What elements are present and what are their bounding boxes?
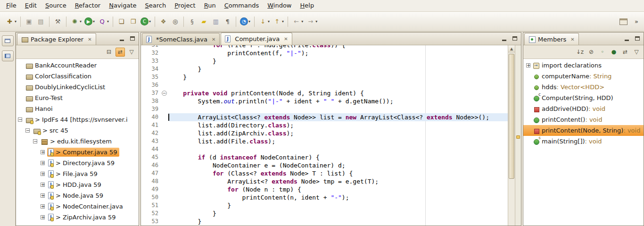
toolbar-overflow-chevron[interactable]: » (633, 18, 640, 25)
tree-item[interactable]: +> NodeContainer.java (16, 201, 139, 212)
menu-source[interactable]: Source (41, 0, 71, 11)
member-item[interactable]: printContent(Node, String) : void (523, 125, 644, 136)
forward-button[interactable]: →▾ (305, 15, 319, 28)
code-line-53[interactable]: } (168, 218, 508, 226)
code-line-31[interactable]: for (File f : hdd.get(File.class)) { (168, 45, 508, 49)
member-item[interactable]: Computer(String, HDD) (523, 92, 644, 103)
tree-item[interactable]: ColorClassification (16, 71, 139, 82)
code-line-51[interactable]: } (168, 201, 508, 209)
save-button[interactable]: ▣ (23, 15, 35, 28)
coverage-button[interactable]: Q▾ (96, 15, 110, 28)
maximize-view-button[interactable] (128, 35, 136, 42)
member-item[interactable]: hdds : Vector<HDD> (523, 82, 644, 92)
code-line-44[interactable] (168, 145, 508, 153)
editor-tab--someclass-java[interactable]: *SomeClass.java✕ (142, 33, 220, 45)
tree-item[interactable]: +> Computer.java 59 (16, 147, 139, 158)
tree-item[interactable]: +> ZipArchiv.java 59 (16, 212, 139, 223)
open-type-button[interactable]: ❖ (157, 15, 169, 28)
folding-ruler[interactable]: − (161, 45, 168, 226)
tree-item[interactable]: +> Directory.java 59 (16, 158, 139, 168)
minimize-view-button[interactable] (118, 35, 126, 42)
code-line-39[interactable] (168, 105, 508, 113)
expander-plus-icon[interactable]: + (41, 193, 45, 198)
minimize-editor-button[interactable] (500, 35, 508, 42)
expander-plus-icon[interactable]: + (41, 172, 45, 176)
hide-non-public-button[interactable]: ● (609, 48, 619, 57)
code-line-48[interactable]: ArrayList<? extends Node> tmp = e.get(T)… (168, 177, 508, 185)
code-line-50[interactable]: printContent(n, ident + "-"); (168, 193, 508, 201)
print-button[interactable]: ▤ (35, 15, 47, 28)
new-java-project-button[interactable]: ❏ (116, 15, 127, 28)
tree-item[interactable]: −> IpdFs 44 [https://svnserver.i (16, 114, 139, 125)
expander-minus-icon[interactable]: − (18, 117, 22, 122)
hide-fields-button[interactable]: ⊘ (586, 48, 596, 57)
menu-project[interactable]: Project (170, 0, 200, 11)
code-line-32[interactable]: printContent(f, "|-"); (168, 49, 508, 57)
search-button[interactable]: ◎ (169, 15, 181, 28)
tree-item[interactable]: +> File.java 59 (16, 168, 139, 179)
collapse-all-button[interactable]: ⊟ (104, 48, 114, 57)
expander-plus-icon[interactable]: + (41, 161, 45, 165)
code-line-34[interactable]: } (168, 65, 508, 73)
tree-item[interactable]: +> HDD.java 59 (16, 179, 139, 190)
view-tab-package-explorer[interactable]: Package Explorer ✕ (17, 33, 96, 45)
link-with-editor-button[interactable]: ⇄ (620, 48, 630, 57)
overview-ruler[interactable] (515, 45, 521, 226)
expander-plus-icon[interactable]: + (41, 215, 45, 219)
run-button[interactable]: ▶▾ (83, 15, 96, 28)
minimize-view-button[interactable] (623, 35, 631, 42)
previous-annotation-button[interactable]: ↑▾ (271, 15, 285, 28)
hide-static-members-button[interactable]: ◦ (598, 48, 607, 57)
member-item[interactable]: addDrive(HDD) : void (523, 103, 644, 114)
close-view-icon[interactable]: ✕ (88, 37, 91, 42)
menu-help[interactable]: Help (296, 0, 319, 11)
menu-search[interactable]: Search (141, 0, 171, 11)
open-web-browser-button[interactable]: ◔▾ (239, 15, 252, 28)
view-menu-button[interactable]: ▽ (127, 48, 136, 57)
back-button[interactable]: ←▾ (290, 15, 305, 28)
code-line-42[interactable]: list.add(ZipArchiv.class); (168, 129, 508, 137)
tree-item[interactable]: Euro-Test (16, 92, 139, 103)
editor-vertical-scrollbar[interactable]: ▲ (508, 45, 515, 226)
tree-item[interactable]: Hanoi (16, 103, 139, 114)
editor-tab-computer-java[interactable]: Computer.java✕ (221, 33, 292, 45)
build-all-button[interactable]: ⚒ (52, 15, 64, 28)
close-tab-icon[interactable]: ✕ (212, 37, 215, 42)
menu-navigate[interactable]: Navigate (105, 0, 140, 11)
menu-run[interactable]: Run (200, 0, 220, 11)
next-annotation-button[interactable]: ↓▾ (257, 15, 271, 28)
link-with-editor-button[interactable]: ⇄ (116, 48, 125, 57)
tree-item[interactable]: −> src 45 (16, 125, 139, 136)
expander-plus-icon[interactable]: + (41, 204, 45, 209)
new-package-button[interactable]: ❒ (127, 15, 139, 28)
member-item[interactable]: main(String[]) : void (523, 136, 644, 147)
expander-minus-icon[interactable]: − (33, 139, 37, 143)
java-perspective-button[interactable] (618, 15, 629, 28)
sort-members-button[interactable]: ↓z (575, 48, 585, 57)
scrollbar-up-button[interactable]: ▲ (508, 45, 515, 52)
maximize-editor-button[interactable] (511, 35, 519, 42)
code-line-46[interactable]: NodeContainer e = (NodeContainer) d; (168, 161, 508, 169)
debug-button[interactable]: ✺▾ (69, 15, 83, 28)
tree-item[interactable]: +> Node.java 59 (16, 190, 139, 201)
menu-window[interactable]: Window (263, 0, 296, 11)
mark-occurrences-button[interactable]: ▰ (198, 15, 210, 28)
tree-item[interactable]: BankAccountReader (16, 60, 139, 71)
menu-edit[interactable]: Edit (21, 0, 41, 11)
close-tab-icon[interactable]: ✕ (284, 36, 288, 42)
code-line-38[interactable]: System.out.println("|-" + ident + " " + … (168, 97, 508, 105)
view-tab-members[interactable]: Members ✕ (524, 33, 579, 45)
code-line-36[interactable] (168, 81, 508, 89)
new-class-button[interactable]: C▾ (139, 15, 152, 28)
annotation-marker[interactable] (516, 135, 520, 139)
annotation-ruler[interactable] (141, 45, 147, 226)
code-line-49[interactable]: for (Node n : tmp) { (168, 185, 508, 193)
line-number-ruler[interactable]: 3132333435363738394041424344454647484950… (147, 45, 161, 226)
new-wizard-button[interactable]: ✚▾ (4, 15, 18, 28)
maximize-view-button[interactable] (633, 35, 641, 42)
close-view-icon[interactable]: ✕ (570, 37, 574, 42)
code-line-47[interactable]: for (Class<? extends Node> T : list) { (168, 169, 508, 177)
code-line-35[interactable]: } (168, 73, 508, 81)
fold-collapse-icon[interactable]: − (162, 91, 167, 96)
member-item[interactable]: printContent() : void (523, 114, 644, 125)
